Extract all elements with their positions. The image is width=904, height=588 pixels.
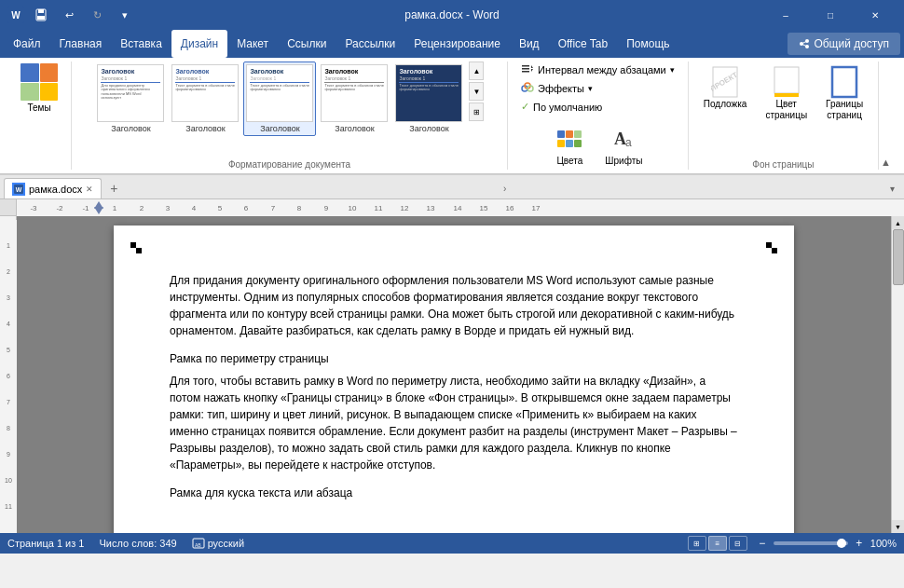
vertical-scrollbar: ▲ ▼ [891, 216, 904, 533]
doc-tab-icon: W [12, 183, 25, 196]
svg-text:3: 3 [7, 294, 10, 301]
close-button[interactable]: ✕ [854, 0, 897, 30]
menu-mailings[interactable]: Рассылки [336, 30, 404, 58]
scroll-up-button[interactable]: ▲ [892, 216, 904, 229]
menu-layout[interactable]: Макет [227, 30, 278, 58]
page-bg-group: ПРОЕКТ Подложка Цветстраницы [689, 62, 879, 170]
vertical-ruler: 1 2 3 4 5 6 7 8 9 10 11 [0, 216, 17, 533]
fonts-button[interactable]: Aa Шрифты [597, 118, 650, 170]
style-preview-2: Заголовок Заголовок 1 Текст документа в … [171, 64, 239, 122]
doc-tabs: W рамка.docx ✕ + › ▾ [0, 175, 904, 199]
styles-container: Заголовок Заголовок 1 Для придания докум… [94, 62, 484, 136]
tab-scroll-right[interactable]: › [498, 178, 513, 198]
menu-file[interactable]: Файл [4, 30, 50, 58]
minimize-button[interactable]: – [764, 0, 807, 30]
paragraph-spacing-label: Интервал между абзацами [538, 64, 666, 75]
customize-button[interactable]: ▾ [114, 5, 136, 25]
menu-review[interactable]: Рецензирование [404, 30, 510, 58]
effects-button[interactable]: Эффекты ▾ [515, 80, 598, 97]
svg-text:7: 7 [7, 399, 10, 405]
document-scroll-area: Для придания документу оригинального офо… [17, 216, 891, 533]
scroll-down-button[interactable]: ▼ [892, 520, 904, 533]
paragraph-spacing-chevron: ▾ [670, 65, 675, 75]
style-thumb-4[interactable]: Заголовок Заголовок 1 Текст документа в … [318, 62, 390, 136]
style-name-1: Заголовок [97, 124, 164, 133]
style-thumb-2[interactable]: Заголовок Заголовок 1 Текст документа в … [169, 62, 241, 136]
undo-button[interactable]: ↩ [58, 5, 80, 25]
menu-home[interactable]: Главная [50, 30, 112, 58]
page-borders-button[interactable]: Границыстраниц [818, 62, 870, 125]
svg-text:W: W [11, 10, 21, 21]
vertical-ruler-svg: 1 2 3 4 5 6 7 8 9 10 11 [0, 220, 17, 533]
svg-text:AB: AB [195, 542, 201, 548]
doc-tab-ramka[interactable]: W рамка.docx ✕ [4, 178, 102, 198]
svg-text:1: 1 [7, 242, 10, 249]
page-color-button[interactable]: Цветстраницы [758, 62, 815, 125]
ribbon: Темы Заголовок Заголовок 1 Для придания … [0, 58, 904, 175]
set-default-label: По умолчанию [533, 102, 602, 113]
collapse-ribbon-button[interactable]: ▲ [879, 155, 893, 170]
zoom-in-button[interactable]: + [852, 536, 867, 551]
redo-button[interactable]: ↻ [86, 5, 108, 25]
svg-text:6: 6 [244, 204, 249, 212]
menu-help[interactable]: Помощь [617, 30, 678, 58]
menu-view[interactable]: Вид [510, 30, 549, 58]
svg-text:14: 14 [454, 204, 462, 212]
style-thumb-3[interactable]: Заголовок Заголовок 1 Текст документа в … [243, 62, 316, 136]
svg-text:4: 4 [192, 204, 197, 212]
zoom-slider[interactable] [774, 541, 848, 545]
save-button[interactable] [30, 5, 52, 25]
style-name-2: Заголовок [171, 124, 239, 133]
new-tab-button[interactable]: + [103, 178, 124, 198]
scroll-more-arrow[interactable]: ⊞ [469, 103, 484, 121]
zoom-thumb[interactable] [837, 539, 846, 548]
menu-design[interactable]: Дизайн [171, 30, 227, 58]
svg-rect-10 [522, 65, 529, 67]
themes-group-content: Темы [15, 62, 63, 170]
svg-text:2: 2 [140, 204, 144, 212]
paragraph-spacing-button[interactable]: Интервал между абзацами ▾ [515, 62, 680, 78]
status-bar: Страница 1 из 1 Число слов: 349 AB русск… [0, 533, 904, 554]
style-name-3: Заголовок [246, 124, 313, 133]
menu-insert[interactable]: Вставка [111, 30, 171, 58]
svg-text:13: 13 [427, 204, 435, 212]
zoom-out-button[interactable]: − [755, 536, 770, 551]
svg-rect-3 [38, 9, 44, 13]
tab-scroll-down[interactable]: ▾ [885, 178, 900, 198]
ruler-svg: -3 -2 -1 1 2 3 4 5 6 7 8 9 10 11 12 13 1… [17, 199, 904, 216]
scroll-track[interactable] [892, 229, 904, 520]
svg-text:2: 2 [7, 268, 10, 275]
page-info: Страница 1 из 1 [7, 538, 84, 549]
menu-officetab[interactable]: Office Tab [549, 30, 618, 58]
print-view-button[interactable]: ≡ [708, 536, 727, 551]
ribbon-collapse-area: ▲ [879, 62, 897, 170]
menu-references[interactable]: Ссылки [278, 30, 336, 58]
web-view-button[interactable]: ⊟ [729, 536, 747, 551]
share-button[interactable]: Общий доступ [788, 33, 900, 55]
menu-bar: Файл Главная Вставка Дизайн Макет Ссылки… [0, 30, 904, 58]
watermark-button[interactable]: ПРОЕКТ Подложка [696, 62, 755, 114]
scroll-down-arrow[interactable]: ▼ [469, 82, 484, 101]
themes-button[interactable]: Темы [15, 62, 63, 115]
style-thumb-5[interactable]: Заголовок Заголовок 1 Текст документа в … [392, 62, 465, 136]
ruler-body: -3 -2 -1 1 2 3 4 5 6 7 8 9 10 11 12 13 1… [17, 199, 904, 216]
scroll-up-arrow[interactable]: ▲ [469, 62, 484, 80]
svg-text:-1: -1 [82, 204, 89, 212]
style-thumb-1[interactable]: Заголовок Заголовок 1 Для придания докум… [94, 62, 167, 136]
colors-button[interactable]: Цвета [545, 118, 594, 170]
svg-text:8: 8 [7, 425, 10, 431]
share-label: Общий доступ [814, 37, 889, 50]
page-borders-icon [829, 65, 859, 99]
svg-text:5: 5 [7, 347, 10, 353]
main-area: 1 2 3 4 5 6 7 8 9 10 11 Для придания док… [0, 216, 904, 533]
set-default-button[interactable]: ✓ По умолчанию [515, 99, 608, 115]
svg-text:W: W [16, 186, 22, 193]
read-view-button[interactable]: ⊞ [688, 536, 706, 551]
doc-formatting-group: Заголовок Заголовок 1 Для придания докум… [72, 62, 508, 170]
scroll-thumb[interactable] [893, 229, 904, 285]
style-preview-3: Заголовок Заголовок 1 Текст документа в … [246, 64, 313, 122]
svg-text:-3: -3 [30, 204, 37, 212]
svg-text:1: 1 [113, 204, 117, 212]
maximize-button[interactable]: □ [809, 0, 852, 30]
doc-tab-close[interactable]: ✕ [86, 185, 93, 194]
